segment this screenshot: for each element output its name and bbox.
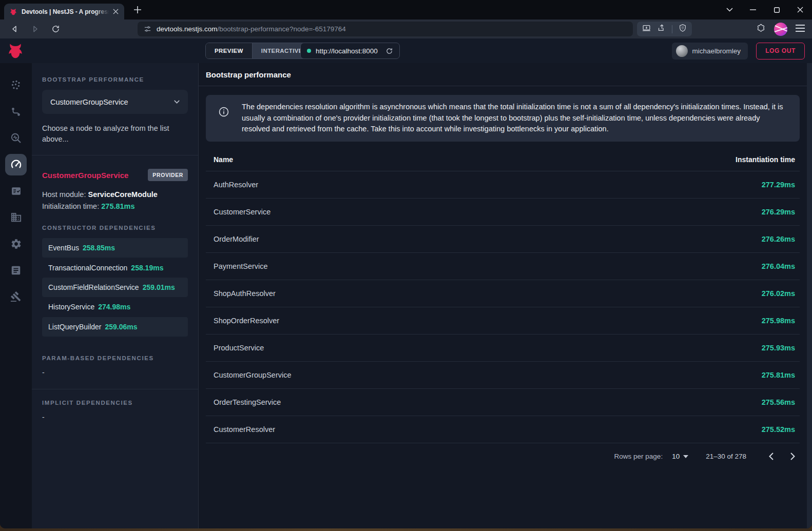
table-row[interactable]: ShopOrderResolver 275.98ms [206,307,800,335]
table-row[interactable]: CustomerGroupService 275.81ms [206,362,800,389]
param-deps-title: PARAM-BASED DEPENDENCIES [42,355,188,361]
init-time-value: 275.81ms [101,202,134,210]
host-module-line: Host module: ServiceCoreModule [42,190,188,199]
implicit-deps-value: - [42,413,188,421]
column-instantiation-time: Instantiation time [736,155,795,164]
panel-hint: Choose a node to analyze from the list a… [42,123,188,145]
user-chip[interactable]: michaelbromley [672,43,748,60]
preview-button[interactable]: PREVIEW [206,43,253,58]
menu-icon[interactable] [796,25,805,34]
close-window-button[interactable] [788,0,812,19]
address-bar[interactable]: devtools.nestjs.com/bootstrap-performanc… [138,22,633,36]
constructor-deps-list: EventBus 258.85ms TransactionalConnectio… [42,238,188,337]
dependency-item[interactable]: EventBus 258.85ms [42,238,188,258]
host-module-value: ServiceCoreModule [88,190,157,199]
table-row[interactable]: CustomerResolver 275.52ms [206,416,800,443]
new-tab-button[interactable] [131,4,144,16]
minimize-button[interactable] [741,0,765,19]
table-row[interactable]: PaymentService 276.04ms [206,253,800,280]
pagination-range: 21–30 of 278 [706,453,746,460]
user-avatar [676,45,688,57]
connection-status-dot [307,49,311,53]
app-header: PREVIEW INTERACTIVE http://localhost:800… [0,38,812,63]
extensions-icon[interactable] [756,23,766,35]
maximize-button[interactable] [765,0,788,19]
tab-search-icon[interactable] [718,0,741,19]
graph-icon[interactable] [5,74,27,96]
param-deps-value: - [42,368,188,377]
table-row[interactable]: AuthResolver 277.29ms [206,171,800,199]
init-time-line: Initialization time: 275.81ms [42,202,188,210]
main-content: Bootstrap performance The dependencies r… [199,63,812,528]
rows-per-page-select[interactable]: 10 [672,453,688,460]
scan-icon[interactable] [5,127,27,149]
page-title: Bootstrap performance [206,70,291,79]
table-row[interactable]: CustomerService 276.29ms [206,199,800,226]
browser-window: Devtools | NestJS - A progressive [0,0,812,528]
back-button[interactable] [8,23,21,35]
browser-tab[interactable]: Devtools | NestJS - A progressive [4,4,124,19]
table-row[interactable]: ShopAuthResolver 276.02ms [206,280,800,307]
table-row[interactable]: OrderTestingService 275.56ms [206,389,800,416]
username: michaelbromley [692,47,741,55]
info-text: The dependencies resolution algorithm is… [242,102,787,135]
docs-icon[interactable] [5,260,27,281]
routes-icon[interactable] [5,101,27,123]
forward-button[interactable] [29,23,41,35]
info-callout: The dependencies resolution algorithm is… [206,95,800,142]
next-page-button[interactable] [786,450,799,463]
node-select[interactable]: CustomerGroupService [42,90,188,114]
panel-section-title: BOOTSTRAP PERFORMANCE [42,76,188,83]
browser-profile-avatar[interactable] [774,23,787,36]
toolbar-action-group [637,22,692,36]
settings-icon[interactable] [5,233,27,254]
dependency-item[interactable]: CustomFieldRelationService 259.01ms [42,278,188,297]
logout-button[interactable]: LOG OUT [756,43,805,60]
dependency-item[interactable]: HistoryService 274.98ms [42,297,188,317]
audit-icon[interactable] [5,180,27,202]
nestjs-logo [6,42,25,60]
dependency-item[interactable]: ListQueryBuilder 259.06ms [42,317,188,337]
previous-page-button[interactable] [765,450,777,463]
nav-rail [0,63,32,528]
column-name: Name [214,155,233,164]
site-settings-icon[interactable] [144,25,151,33]
caret-down-icon [683,455,688,458]
implicit-deps-title: IMPLICIT DEPENDENCIES [42,400,188,406]
url-text: devtools.nestjs.com/bootstrap-performanc… [157,25,346,33]
scrollbar[interactable] [807,63,812,528]
tab-close-icon[interactable] [111,7,120,16]
gavel-icon[interactable] [5,286,27,307]
table-row[interactable]: OrderModifier 276.26ms [206,226,800,253]
info-icon [218,106,229,117]
bootstrap-performance-panel: BOOTSTRAP PERFORMANCE CustomerGroupServi… [32,63,199,528]
nestjs-favicon [9,8,17,16]
brave-shield-icon[interactable] [679,24,687,34]
dependency-item[interactable]: TransactionalConnection 258.19ms [42,258,188,277]
chevron-down-icon [174,100,180,104]
table-pagination: Rows per page: 10 21–30 of 278 [206,443,800,470]
reload-button[interactable] [49,23,62,35]
browser-toolbar: devtools.nestjs.com/bootstrap-performanc… [0,19,812,38]
performance-icon[interactable] [5,154,27,175]
send-to-device-icon[interactable] [642,24,651,34]
constructor-deps-title: CONSTRUCTOR DEPENDENCIES [42,225,188,231]
view-mode-toggle: PREVIEW INTERACTIVE [205,43,312,59]
share-icon[interactable] [657,24,666,34]
browser-titlebar: Devtools | NestJS - A progressive [0,0,812,19]
instantiation-table: Name Instantiation time AuthResolver 277… [206,149,800,470]
provider-badge: PROVIDER [148,169,188,181]
node-select-value: CustomerGroupService [50,98,174,106]
rows-per-page-label: Rows per page: [614,453,663,460]
target-url: http://localhost:8000 [316,47,378,55]
selected-node-name: CustomerGroupService [42,171,128,180]
target-url-chip[interactable]: http://localhost:8000 [300,43,400,59]
table-row[interactable]: ProductService 275.93ms [206,335,800,362]
modules-icon[interactable] [5,207,27,228]
refresh-target-icon[interactable] [385,47,393,55]
